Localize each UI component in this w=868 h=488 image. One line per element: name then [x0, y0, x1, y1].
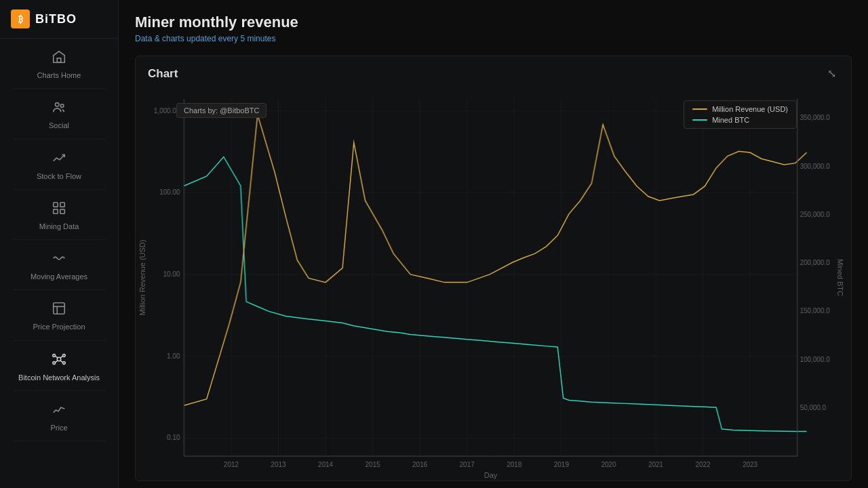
sidebar-item-price-projection[interactable]: Price Projection	[13, 290, 105, 340]
logo-area: ₿ BiTBO	[0, 0, 118, 39]
svg-rect-0	[57, 58, 61, 62]
sidebar-item-social[interactable]: Social	[13, 89, 105, 139]
social-icon	[52, 100, 66, 117]
logo-icon: ₿	[11, 9, 30, 28]
svg-point-12	[62, 354, 65, 357]
sidebar-item-mining-data[interactable]: Mining Data	[13, 190, 105, 240]
sidebar-item-moving-averages[interactable]: Moving Averages	[13, 240, 105, 290]
sidebar-item-charts-home[interactable]: Charts Home	[13, 39, 105, 89]
svg-rect-6	[60, 209, 64, 214]
svg-point-13	[53, 361, 56, 364]
sidebar-item-stock-to-flow[interactable]: Stock to Flow	[13, 140, 105, 190]
charts-home-icon	[52, 49, 66, 67]
chart-section: Chart ⤡ Charts by: @BitboBTC Million Rev…	[135, 56, 852, 481]
svg-point-2	[60, 104, 64, 108]
svg-line-15	[55, 356, 58, 358]
svg-line-18	[60, 361, 63, 363]
sidebar-item-label-price-projection: Price Projection	[33, 322, 85, 331]
nav-container: Charts HomeSocialStock to FlowMining Dat…	[13, 39, 105, 441]
mining-data-icon	[52, 201, 66, 218]
sidebar-item-label-charts-home: Charts Home	[37, 70, 81, 80]
logo-text: BiTBO	[35, 12, 77, 26]
sidebar-item-bitcoin-network-analysis[interactable]: Bitcoin Network Analysis	[13, 341, 105, 391]
main-content: Miner monthly revenue Data & charts upda…	[119, 0, 868, 488]
stock-to-flow-icon	[52, 150, 66, 168]
page-title: Miner monthly revenue	[135, 14, 852, 31]
chart-wrapper: Charts by: @BitboBTC Million Revenue (US…	[136, 88, 851, 481]
svg-rect-7	[54, 303, 65, 314]
chart-header: Chart ⤡	[136, 56, 851, 88]
chart-title: Chart	[148, 67, 178, 81]
moving-averages-icon	[52, 251, 66, 268]
chart-canvas	[136, 88, 844, 481]
svg-rect-3	[54, 203, 58, 207]
svg-point-1	[55, 103, 59, 107]
page-subtitle: Data & charts updated every 5 minutes	[135, 34, 852, 43]
price-projection-icon	[52, 301, 66, 319]
svg-rect-4	[60, 203, 64, 207]
bitcoin-network-analysis-icon	[52, 352, 66, 369]
sidebar-item-label-social: Social	[49, 121, 69, 130]
svg-line-16	[60, 356, 63, 358]
sidebar-item-label-stock-to-flow: Stock to Flow	[37, 171, 81, 181]
fullscreen-button[interactable]: ⤡	[825, 64, 839, 83]
sidebar-item-label-moving-averages: Moving Averages	[31, 272, 87, 281]
sidebar: ₿ BiTBO Charts HomeSocialStock to FlowMi…	[0, 0, 119, 488]
sidebar-item-label-mining-data: Mining Data	[39, 222, 79, 231]
svg-rect-5	[54, 209, 58, 214]
sidebar-item-label-price: Price	[50, 423, 67, 432]
svg-line-17	[55, 361, 58, 363]
price-icon	[52, 402, 66, 420]
svg-point-14	[62, 361, 65, 364]
sidebar-item-price[interactable]: Price	[13, 391, 105, 441]
svg-point-11	[53, 354, 56, 357]
sidebar-item-label-bitcoin-network-analysis: Bitcoin Network Analysis	[18, 373, 100, 382]
